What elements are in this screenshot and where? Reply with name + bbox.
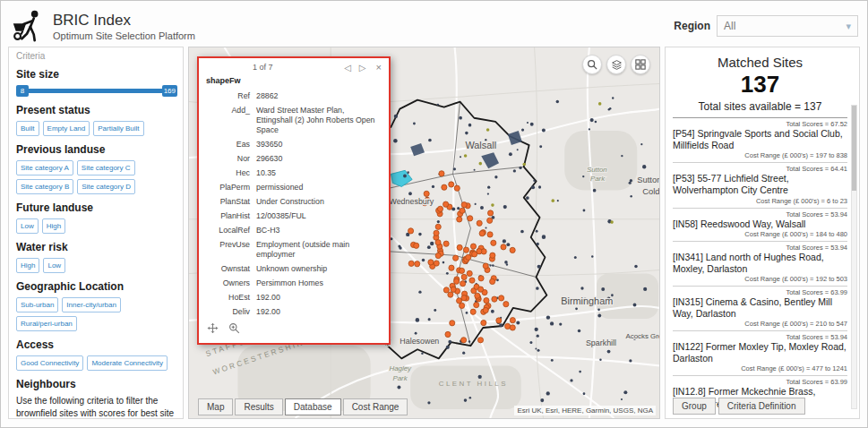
previous-landuse-options: Site category ASite category CSite categ… <box>16 160 177 194</box>
access-options: Good ConnectivityModerate Connectivity <box>16 355 177 371</box>
matched-sites-list: Total Scores = 67.52 [P54] Springvale Sp… <box>673 118 847 419</box>
popup-field-label: Owners <box>206 278 256 288</box>
matched-site-item[interactable]: Total Scores = 53.94 [IN58] Reedswood Wa… <box>673 209 847 242</box>
filter-chip[interactable]: Empty Land <box>43 121 90 136</box>
site-name: [IN341] Land north of Hughes Road, Moxle… <box>673 252 847 275</box>
filter-chip[interactable]: High <box>16 258 39 273</box>
site-total-score: Total Scores = 64.41 <box>673 165 847 173</box>
bric-index-app: BRIC Index Optimum Site Selection Platfo… <box>0 0 868 428</box>
popup-close-icon[interactable]: × <box>376 62 382 73</box>
criteria-definition-button[interactable]: Criteria Definition <box>718 398 805 415</box>
slider-handle-min[interactable]: 8 <box>16 85 29 97</box>
popup-field-label: Ref <box>206 91 256 101</box>
map-tab[interactable]: Cost Range <box>343 398 408 415</box>
matched-sites-panel: Matched Sites 137 Total sites available … <box>665 47 860 419</box>
map-tab[interactable]: Map <box>198 398 233 415</box>
slider-track <box>18 89 176 93</box>
filter-chip[interactable]: Moderate Connectivity <box>87 355 168 371</box>
criteria-panel-label: Criteria <box>16 51 177 61</box>
region-select[interactable]: All ▾ <box>717 15 858 37</box>
popup-field-label: PlanHist <box>206 211 256 221</box>
popup-field-value: Employment (outside main employmer <box>256 240 382 260</box>
slider-handle-max[interactable]: 169 <box>162 85 177 97</box>
popup-field-label: PlanStat <box>206 197 256 207</box>
previous-landuse-heading: Previous landuse <box>16 143 177 156</box>
matched-site-item[interactable]: Total Scores = 64.41 [P53] 55-77 Lichfie… <box>673 163 847 208</box>
group-button[interactable]: Group <box>673 398 716 415</box>
site-cost-range: Cost Range (£ 000's) = 192 to 503 <box>673 275 847 283</box>
results-scrollbar-thumb[interactable] <box>852 106 856 191</box>
popup-header: 1 of 7 ◁ ▷ × <box>199 58 389 74</box>
filter-chip[interactable]: Partially Built <box>93 121 143 136</box>
matched-site-item[interactable]: Total Scores = 63.99 [IN315] Cinema & Ca… <box>673 287 847 331</box>
results-footer: Group Criteria Definition <box>673 398 805 415</box>
map-label-hagley-1: Hagley <box>389 364 412 372</box>
filter-chip[interactable]: Built <box>16 121 39 136</box>
filter-chip[interactable]: Low <box>16 218 39 234</box>
site-cost-range: Cost Range (£ 000's) = 184 to 480 <box>673 230 847 238</box>
map-search-icon[interactable] <box>582 55 602 74</box>
popup-field-value: 10.35 <box>256 168 382 178</box>
map-layers-icon[interactable] <box>606 55 626 74</box>
matched-site-item[interactable]: Total Scores = 53.94 [IN341] Land north … <box>673 242 847 287</box>
filter-chip[interactable]: Site category C <box>77 160 135 175</box>
popup-field-row: PlaPerm permissioned <box>206 183 382 193</box>
chevron-down-icon: ▾ <box>846 21 851 32</box>
filter-chip[interactable]: Site category B <box>16 179 73 194</box>
map-basemap-grid-icon[interactable] <box>631 55 650 74</box>
filter-chip[interactable]: Rural/peri-urban <box>16 316 77 331</box>
popup-next-icon[interactable]: ▷ <box>359 63 366 73</box>
popup-field-value: 192.00 <box>256 293 382 303</box>
popup-field-label: Deliv <box>206 307 256 317</box>
popup-footer <box>199 319 389 343</box>
filter-chip[interactable]: High <box>42 218 65 234</box>
total-sites-available: Total sites available = 137 <box>673 100 847 118</box>
filter-chip[interactable]: Low <box>43 258 65 273</box>
popup-field-value: BC-H3 <box>256 226 382 235</box>
filter-chip[interactable]: Site category D <box>77 179 135 194</box>
filter-chip[interactable]: Good Connectivity <box>16 355 83 371</box>
popup-field-row: Deliv 192.00 <box>206 307 382 317</box>
popup-field-row: PrevUse Employment (outside main employm… <box>206 240 382 260</box>
site-total-score: Total Scores = 53.94 <box>673 333 847 341</box>
site-total-score: Total Scores = 63.99 <box>673 288 847 296</box>
site-size-slider[interactable]: 8 169 <box>16 85 177 97</box>
future-landuse-options: LowHigh <box>16 218 177 234</box>
matched-site-item[interactable]: Total Scores = 67.52 [P54] Springvale Sp… <box>673 118 847 163</box>
map-tab[interactable]: Results <box>235 398 282 415</box>
map-panel: Walsall Birmingham Wednesbury Hasbury Ha… <box>188 47 660 419</box>
filter-chip[interactable]: Inner-city/urban <box>62 297 121 312</box>
popup-pager: 1 of 7 <box>253 63 273 72</box>
filter-chip[interactable]: Sub-urban <box>16 297 58 312</box>
popup-field-label: Add_ <box>206 106 256 135</box>
feature-popup: 1 of 7 ◁ ▷ × shapeFw Ref 28862 Add_ Ward… <box>197 56 391 345</box>
popup-field-value: Under Construction <box>256 197 382 207</box>
popup-pan-icon[interactable] <box>207 321 219 338</box>
results-scrollbar[interactable] <box>851 105 857 409</box>
popup-field-label: Eas <box>206 140 256 150</box>
popup-field-value: 393650 <box>256 140 382 150</box>
popup-field-row: HoEst 192.00 <box>206 293 382 303</box>
present-status-heading: Present status <box>16 104 177 116</box>
popup-prev-icon[interactable]: ◁ <box>344 63 351 73</box>
water-risk-options: HighLow <box>16 258 177 273</box>
site-name: [IN122] Former Moxley Tip, Moxley Road, … <box>673 341 847 364</box>
popup-field-row: LocalRef BC-H3 <box>206 226 382 235</box>
map-tab[interactable]: Database <box>285 398 341 415</box>
popup-fields: Ref 28862 Add_ Ward Street Master Plan, … <box>199 87 389 319</box>
map-label-wednesbury: Wednesbury <box>389 197 434 206</box>
geographic-location-options: Sub-urbanInner-city/urbanRural/peri-urba… <box>16 297 177 331</box>
map-label-sutton-park-1: Sutton <box>587 166 607 174</box>
site-cost-range: Cost Range (£ 000's) = 210 to 547 <box>673 320 847 328</box>
popup-zoom-in-icon[interactable] <box>228 321 240 338</box>
present-status-options: BuiltEmpty LandPartially Built <box>16 121 177 136</box>
matched-site-item[interactable]: Total Scores = 53.94 [IN122] Former Moxl… <box>673 331 847 376</box>
popup-field-label: PlaPerm <box>206 183 256 193</box>
filter-chip[interactable]: Site category A <box>16 160 73 175</box>
site-total-score: Total Scores = 63.99 <box>673 378 847 386</box>
map-tabs: MapResultsDatabaseCost Range <box>198 398 409 415</box>
map-label-halesowen: Halesowen <box>400 337 439 346</box>
popup-field-row: Hec 10.35 <box>206 168 382 178</box>
popup-field-row: Ref 28862 <box>206 91 382 101</box>
map-label-hagley-2: Park <box>392 374 408 382</box>
